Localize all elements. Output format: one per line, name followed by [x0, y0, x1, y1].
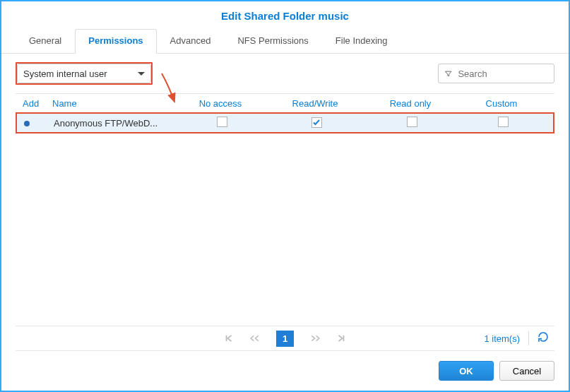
col-name[interactable]: Name	[48, 98, 175, 109]
dialog-footer: OK Cancel	[1, 351, 569, 391]
page-prev-icon[interactable]	[249, 333, 261, 343]
chevron-down-icon	[138, 72, 145, 76]
tabs-bar: General Permissions Advanced NFS Permiss…	[1, 29, 569, 54]
tab-advanced[interactable]: Advanced	[157, 29, 225, 53]
checkbox-custom[interactable]	[498, 117, 509, 127]
user-type-select-value: System internal user	[23, 69, 107, 79]
user-type-select[interactable]: System internal user	[17, 64, 151, 83]
added-indicator-icon	[24, 121, 30, 126]
tab-permissions[interactable]: Permissions	[75, 29, 156, 54]
table-header: Add Name No access Read/Write Read only …	[16, 93, 554, 113]
divider	[528, 331, 529, 345]
checkbox-no-access[interactable]	[217, 117, 227, 127]
tab-general[interactable]: General	[16, 29, 75, 53]
highlight-select: System internal user	[16, 62, 153, 85]
col-custom[interactable]: Custom	[456, 98, 547, 109]
page-current[interactable]: 1	[276, 331, 294, 347]
pagination-bar: 1 1 item(s)	[16, 326, 554, 351]
filter-icon	[444, 69, 452, 78]
page-next-icon[interactable]	[309, 333, 321, 343]
refresh-icon[interactable]	[538, 331, 549, 345]
checkbox-read-write[interactable]	[311, 117, 322, 128]
page-first-icon[interactable]	[224, 333, 234, 343]
cancel-button[interactable]: Cancel	[499, 361, 554, 381]
search-box[interactable]	[438, 64, 554, 83]
col-no-access[interactable]: No access	[175, 98, 266, 109]
table-row[interactable]: Anonymous FTP/WebD...	[17, 114, 553, 132]
items-count: 1 item(s)	[484, 333, 520, 344]
col-read-only[interactable]: Read only	[364, 98, 456, 109]
ok-button[interactable]: OK	[439, 361, 494, 381]
search-input[interactable]	[456, 68, 548, 80]
col-read-write[interactable]: Read/Write	[266, 98, 364, 109]
tab-nfs-permissions[interactable]: NFS Permissions	[224, 29, 321, 53]
row-name: Anonymous FTP/WebD...	[49, 118, 177, 129]
dialog-title: Edit Shared Folder music	[1, 1, 569, 29]
tab-file-indexing[interactable]: File Indexing	[322, 29, 401, 53]
col-add[interactable]: Add	[16, 98, 48, 109]
highlight-row: Anonymous FTP/WebD...	[16, 112, 554, 133]
checkbox-read-only[interactable]	[407, 117, 417, 127]
page-last-icon[interactable]	[336, 333, 346, 343]
